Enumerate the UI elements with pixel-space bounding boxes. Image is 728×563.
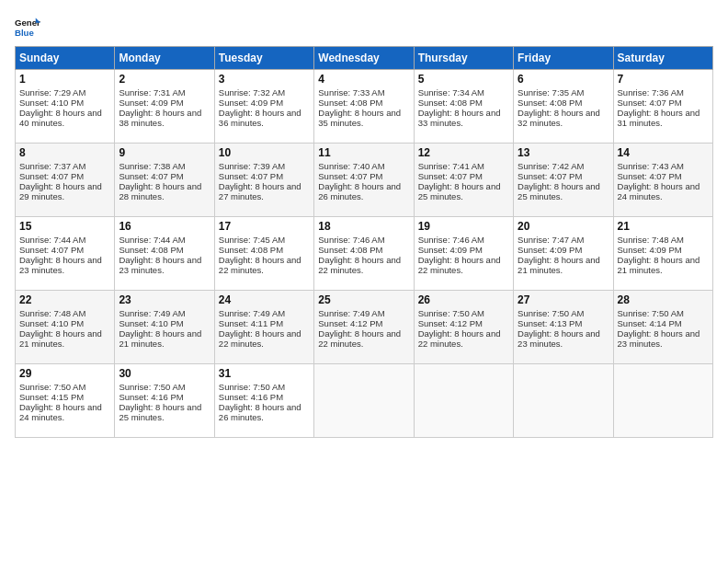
logo: General Blue: [15, 15, 40, 40]
day-number: 22: [19, 293, 110, 306]
day-number: 29: [19, 367, 110, 380]
sunset: Sunset: 4:08 PM: [418, 98, 483, 108]
daylight-label: Daylight: 8 hours and 23 minutes.: [618, 328, 700, 349]
week-row-3: 15Sunrise: 7:44 AMSunset: 4:07 PMDayligh…: [16, 217, 713, 291]
day-cell: 1Sunrise: 7:29 AMSunset: 4:10 PMDaylight…: [16, 70, 115, 144]
day-cell: 8Sunrise: 7:37 AMSunset: 4:07 PMDaylight…: [16, 144, 115, 217]
sunset: Sunset: 4:08 PM: [318, 245, 382, 255]
day-cell: 11Sunrise: 7:40 AMSunset: 4:07 PMDayligh…: [314, 144, 414, 217]
header-day-sunday: Sunday: [16, 47, 115, 70]
daylight-label: Daylight: 8 hours and 26 minutes.: [219, 402, 301, 422]
sunrise: Sunrise: 7:50 AM: [119, 382, 185, 392]
week-row-5: 29Sunrise: 7:50 AMSunset: 4:15 PMDayligh…: [16, 364, 713, 438]
sunrise: Sunrise: 7:46 AM: [418, 235, 484, 245]
sunset: Sunset: 4:11 PM: [219, 318, 283, 328]
day-number: 11: [318, 146, 409, 159]
sunrise: Sunrise: 7:34 AM: [418, 87, 484, 98]
sunset: Sunset: 4:08 PM: [318, 98, 382, 108]
header-day-thursday: Thursday: [414, 47, 513, 70]
day-cell: 28Sunrise: 7:50 AMSunset: 4:14 PMDayligh…: [613, 291, 712, 364]
sunset: Sunset: 4:10 PM: [119, 318, 183, 328]
sunrise: Sunrise: 7:37 AM: [19, 161, 85, 171]
day-number: 4: [318, 73, 409, 86]
daylight-label: Daylight: 8 hours and 22 minutes.: [418, 328, 501, 349]
day-cell: 12Sunrise: 7:41 AMSunset: 4:07 PMDayligh…: [414, 144, 513, 217]
week-row-2: 8Sunrise: 7:37 AMSunset: 4:07 PMDaylight…: [16, 144, 713, 217]
header-row: SundayMondayTuesdayWednesdayThursdayFrid…: [16, 47, 713, 70]
sunset: Sunset: 4:09 PM: [119, 98, 183, 108]
day-cell: [613, 364, 712, 438]
sunset: Sunset: 4:07 PM: [318, 171, 382, 181]
daylight-label: Daylight: 8 hours and 25 minutes.: [418, 181, 501, 201]
daylight-label: Daylight: 8 hours and 40 minutes.: [19, 108, 102, 128]
daylight-label: Daylight: 8 hours and 23 minutes.: [19, 255, 102, 275]
day-cell: 9Sunrise: 7:38 AMSunset: 4:07 PMDaylight…: [115, 144, 214, 217]
day-number: 2: [119, 73, 210, 86]
week-row-4: 22Sunrise: 7:48 AMSunset: 4:10 PMDayligh…: [16, 291, 713, 364]
day-number: 20: [518, 220, 609, 233]
svg-text:Blue: Blue: [15, 28, 34, 38]
day-cell: 10Sunrise: 7:39 AMSunset: 4:07 PMDayligh…: [214, 144, 313, 217]
page-header: General Blue: [15, 15, 713, 40]
day-number: 30: [119, 367, 210, 380]
sunset: Sunset: 4:14 PM: [618, 318, 682, 328]
daylight-label: Daylight: 8 hours and 21 minutes.: [618, 255, 700, 275]
sunset: Sunset: 4:08 PM: [119, 245, 183, 255]
daylight-label: Daylight: 8 hours and 21 minutes.: [518, 255, 600, 275]
sunrise: Sunrise: 7:35 AM: [518, 87, 584, 98]
sunrise: Sunrise: 7:50 AM: [418, 308, 484, 318]
sunrise: Sunrise: 7:50 AM: [618, 308, 684, 318]
sunrise: Sunrise: 7:46 AM: [318, 235, 384, 245]
sunset: Sunset: 4:09 PM: [418, 245, 483, 255]
day-cell: 21Sunrise: 7:48 AMSunset: 4:09 PMDayligh…: [613, 217, 712, 291]
daylight-label: Daylight: 8 hours and 36 minutes.: [219, 108, 301, 128]
sunset: Sunset: 4:09 PM: [219, 98, 283, 108]
sunrise: Sunrise: 7:50 AM: [219, 382, 285, 392]
daylight-label: Daylight: 8 hours and 25 minutes.: [119, 402, 201, 422]
sunrise: Sunrise: 7:49 AM: [119, 308, 185, 318]
day-number: 25: [318, 293, 409, 306]
sunset: Sunset: 4:08 PM: [219, 245, 283, 255]
sunset: Sunset: 4:09 PM: [618, 245, 682, 255]
day-cell: 25Sunrise: 7:49 AMSunset: 4:12 PMDayligh…: [314, 291, 414, 364]
day-number: 23: [119, 293, 210, 306]
daylight-label: Daylight: 8 hours and 23 minutes.: [518, 328, 600, 349]
daylight-label: Daylight: 8 hours and 22 minutes.: [318, 255, 401, 275]
sunrise: Sunrise: 7:45 AM: [219, 235, 285, 245]
sunset: Sunset: 4:08 PM: [518, 98, 582, 108]
sunset: Sunset: 4:13 PM: [518, 318, 582, 328]
sunset: Sunset: 4:07 PM: [618, 98, 682, 108]
day-cell: 19Sunrise: 7:46 AMSunset: 4:09 PMDayligh…: [414, 217, 513, 291]
day-number: 16: [119, 220, 210, 233]
day-cell: 27Sunrise: 7:50 AMSunset: 4:13 PMDayligh…: [514, 291, 613, 364]
header-day-wednesday: Wednesday: [314, 47, 414, 70]
day-cell: 20Sunrise: 7:47 AMSunset: 4:09 PMDayligh…: [514, 217, 613, 291]
sunrise: Sunrise: 7:50 AM: [518, 308, 584, 318]
day-number: 12: [418, 146, 509, 159]
day-number: 27: [518, 293, 609, 306]
sunrise: Sunrise: 7:50 AM: [19, 382, 85, 392]
day-number: 31: [219, 367, 310, 380]
day-cell: [414, 364, 513, 438]
sunset: Sunset: 4:07 PM: [219, 171, 283, 181]
daylight-label: Daylight: 8 hours and 25 minutes.: [518, 181, 600, 201]
sunrise: Sunrise: 7:39 AM: [219, 161, 285, 171]
sunrise: Sunrise: 7:48 AM: [19, 308, 85, 318]
daylight-label: Daylight: 8 hours and 22 minutes.: [219, 328, 301, 349]
day-number: 18: [318, 220, 409, 233]
header-day-friday: Friday: [514, 47, 613, 70]
sunset: Sunset: 4:07 PM: [518, 171, 582, 181]
sunset: Sunset: 4:16 PM: [119, 392, 183, 402]
day-number: 8: [19, 146, 110, 159]
sunrise: Sunrise: 7:44 AM: [19, 235, 85, 245]
sunset: Sunset: 4:10 PM: [19, 318, 84, 328]
day-number: 5: [418, 73, 509, 86]
sunrise: Sunrise: 7:41 AM: [418, 161, 484, 171]
day-cell: [514, 364, 613, 438]
day-number: 6: [518, 73, 609, 86]
day-cell: 7Sunrise: 7:36 AMSunset: 4:07 PMDaylight…: [613, 70, 712, 144]
day-number: 3: [219, 73, 310, 86]
daylight-label: Daylight: 8 hours and 28 minutes.: [119, 181, 201, 201]
daylight-label: Daylight: 8 hours and 31 minutes.: [618, 108, 700, 128]
daylight-label: Daylight: 8 hours and 24 minutes.: [19, 402, 102, 422]
